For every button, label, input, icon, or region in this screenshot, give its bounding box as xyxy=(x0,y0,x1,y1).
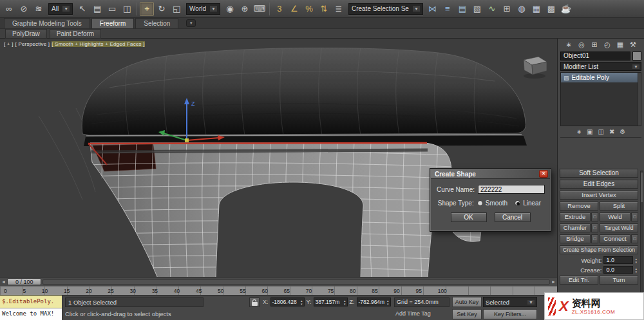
cancel-button[interactable]: Cancel xyxy=(495,212,531,222)
model-body[interactable] xyxy=(82,46,526,135)
remove-modifier-icon[interactable]: ✖ xyxy=(609,128,614,135)
spinner-up-icon[interactable]: ▴ xyxy=(635,258,637,260)
snaps-toggle-3d-icon[interactable]: 3 xyxy=(272,2,287,16)
viewport-general-menu[interactable]: [ + ] xyxy=(4,41,14,47)
rollout-soft-selection[interactable]: Soft Selection xyxy=(560,169,638,178)
edit-named-selections-icon[interactable]: ≣ xyxy=(332,2,346,16)
extrude-settings-icon[interactable]: □ xyxy=(591,212,598,221)
bind-to-spacewarp-icon[interactable]: ≋ xyxy=(32,2,46,16)
angle-snap-icon[interactable]: ∠ xyxy=(287,2,301,16)
show-end-result-icon[interactable]: ▣ xyxy=(587,128,592,135)
weld-button[interactable]: Weld xyxy=(600,212,630,221)
perspective-viewport[interactable]: Z [ + ] [ Perspective ] [ Smooth + Highl… xyxy=(0,39,557,277)
time-ruler[interactable]: 0510152025303540455055606570758085909510… xyxy=(0,286,557,295)
weld-settings-icon[interactable]: □ xyxy=(631,212,638,221)
next-frame-icon[interactable]: ► xyxy=(551,279,556,284)
ok-button[interactable]: OK xyxy=(451,212,487,222)
insert-vertex-button[interactable]: Insert Vertex xyxy=(560,191,638,200)
spinner-up-icon[interactable]: ▴ xyxy=(387,299,389,302)
select-and-rotate-icon[interactable]: ↻ xyxy=(155,2,169,16)
subtab-paint-deform[interactable]: Paint Deform xyxy=(50,29,101,39)
z-coordinate-field[interactable]: -782.964m▴▾ xyxy=(357,297,391,306)
pin-stack-icon[interactable]: ∗ xyxy=(576,128,582,135)
key-filters-button[interactable]: Key Filters... xyxy=(483,309,537,319)
split-button[interactable]: Split xyxy=(600,202,638,211)
bridge-settings-icon[interactable]: □ xyxy=(591,234,598,243)
make-unique-icon[interactable]: ◫ xyxy=(598,128,604,135)
use-pivot-center-icon[interactable]: ◉ xyxy=(223,2,237,16)
spinner-down-icon[interactable]: ▾ xyxy=(635,261,637,263)
bridge-button[interactable]: Bridge xyxy=(560,234,591,243)
curve-editor-icon[interactable]: ∿ xyxy=(485,2,499,16)
material-editor-icon[interactable]: ◍ xyxy=(515,2,529,16)
select-and-scale-icon[interactable]: ◱ xyxy=(169,2,184,16)
chamfer-settings-icon[interactable]: □ xyxy=(591,223,598,232)
render-production-icon[interactable]: ☕ xyxy=(559,2,573,16)
listener-output-line[interactable]: Welcome to MAX! xyxy=(0,308,62,320)
hierarchy-tab-icon[interactable]: ⊞ xyxy=(589,41,600,49)
display-tab-icon[interactable]: ▦ xyxy=(615,41,625,49)
select-and-link-icon[interactable]: ∞ xyxy=(2,2,16,16)
add-time-tag[interactable]: Add Time Tag xyxy=(395,310,431,317)
align-icon[interactable]: ≡ xyxy=(440,2,455,16)
layer-manager-icon[interactable]: ▤ xyxy=(455,2,469,16)
viewport-shading-menu[interactable]: [ Smooth + Highlights + Edged Faces ] xyxy=(52,41,144,47)
spinner-down-icon[interactable]: ▾ xyxy=(387,303,389,305)
schematic-view-icon[interactable]: ⊞ xyxy=(500,2,514,16)
tab-graphite-modeling-tools[interactable]: Graphite Modeling Tools xyxy=(4,18,90,28)
connect-settings-icon[interactable]: □ xyxy=(631,234,638,243)
select-by-name-icon[interactable]: ▤ xyxy=(90,2,104,16)
linear-radio[interactable]: Linear xyxy=(515,200,541,207)
modifier-list-dropdown[interactable]: Modifier List ▼ xyxy=(560,62,641,71)
selection-region-icon[interactable]: ▭ xyxy=(105,2,119,16)
track-bar[interactable] xyxy=(43,279,550,285)
object-name-field[interactable]: Object01 xyxy=(560,52,630,61)
weight-field[interactable]: 1.0 xyxy=(603,256,633,264)
spinner-up-icon[interactable]: ▴ xyxy=(344,299,346,302)
viewport-pov-menu[interactable]: [ Perspective ] xyxy=(15,41,50,47)
remove-button[interactable]: Remove xyxy=(560,202,598,211)
spinner-snap-icon[interactable]: ⇅ xyxy=(317,2,331,16)
keyboard-override-icon[interactable]: ⌨ xyxy=(252,2,267,16)
subtab-polydraw[interactable]: PolyDraw xyxy=(5,29,47,39)
time-slider-track[interactable]: ◄ 0 / 100 ► xyxy=(0,277,557,286)
tab-selection[interactable]: Selection xyxy=(135,18,178,28)
x-coordinate-field[interactable]: -1806.428▴▾ xyxy=(270,297,305,306)
chamfer-button[interactable]: Chamfer xyxy=(560,223,591,232)
viewport-canvas[interactable]: Z xyxy=(0,39,557,277)
dialog-titlebar[interactable]: Create Shape ✕ xyxy=(431,169,550,179)
smooth-radio[interactable]: Smooth xyxy=(477,200,507,207)
listener-macro-line[interactable]: $.EditablePoly. xyxy=(0,296,62,308)
motion-tab-icon[interactable]: ◴ xyxy=(602,41,612,49)
extrude-button[interactable]: Extrude xyxy=(560,212,591,221)
selection-lock-toggle[interactable] xyxy=(249,297,260,307)
ribbon-minimize-icon[interactable]: ▾ xyxy=(186,19,196,27)
target-weld-button[interactable]: Target Weld xyxy=(600,223,638,232)
mirror-icon[interactable]: ⋈ xyxy=(426,2,440,16)
small-cube-object[interactable] xyxy=(524,57,547,79)
spinner-up-icon[interactable]: ▴ xyxy=(635,267,637,270)
key-selection-set-dropdown[interactable]: Selected ▼ xyxy=(483,297,537,307)
utilities-tab-icon[interactable]: ⚒ xyxy=(628,41,638,49)
tab-freeform[interactable]: Freeform xyxy=(91,18,135,28)
spinner-down-icon[interactable]: ▾ xyxy=(635,270,637,273)
rendered-frame-icon[interactable]: ▩ xyxy=(544,2,558,16)
stack-scrollbar[interactable] xyxy=(638,73,641,126)
spinner-down-icon[interactable]: ▾ xyxy=(344,303,346,305)
graphite-ribbon-icon[interactable]: ▧ xyxy=(470,2,484,16)
turn-button[interactable]: Turn xyxy=(600,276,638,285)
modify-tab-icon[interactable]: ◎ xyxy=(576,41,587,49)
curve-name-input[interactable] xyxy=(478,185,545,194)
auto-key-button[interactable]: Auto Key xyxy=(452,297,482,307)
configure-modifier-sets-icon[interactable]: ⚙ xyxy=(620,128,625,135)
close-icon[interactable]: ✕ xyxy=(539,170,548,178)
object-color-swatch[interactable] xyxy=(632,52,641,61)
set-key-button[interactable]: Set Key xyxy=(452,309,482,319)
crease-field[interactable]: 0.0 xyxy=(603,266,633,274)
select-and-manipulate-icon[interactable]: ⊕ xyxy=(238,2,252,16)
render-setup-icon[interactable]: ▦ xyxy=(529,2,544,16)
previous-frame-icon[interactable]: ◄ xyxy=(1,279,6,284)
create-shape-from-selection-button[interactable]: Create Shape From Selection xyxy=(560,245,638,254)
spinner-down-icon[interactable]: ▾ xyxy=(301,303,303,305)
y-coordinate-field[interactable]: 387.157m▴▾ xyxy=(314,297,348,306)
